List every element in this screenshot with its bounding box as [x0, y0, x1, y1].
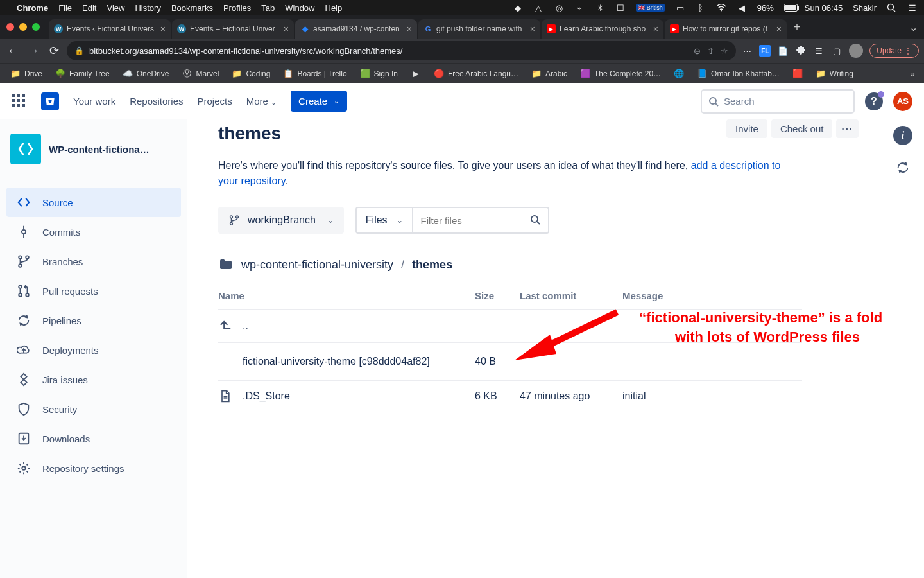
clock[interactable]: Sun 06:45	[805, 3, 843, 13]
help-button[interactable]: ?	[865, 92, 883, 110]
mac-menu-file[interactable]: File	[58, 3, 72, 13]
col-commit[interactable]: Last commit	[520, 290, 622, 301]
tab-list-button[interactable]: ⌄	[909, 21, 918, 33]
bookmark-item[interactable]: 🟩Sign In	[355, 66, 403, 82]
mac-menu-profiles[interactable]: Profiles	[223, 3, 251, 13]
nav-your-work[interactable]: Your work	[73, 96, 116, 107]
more-actions-button[interactable]: ···	[836, 119, 859, 138]
forward-button[interactable]: →	[26, 44, 41, 58]
sidepanel-icon[interactable]: ▢	[831, 45, 843, 57]
sidebar-item-pipelines[interactable]: Pipelines	[6, 306, 181, 335]
extensions-puzzle-icon[interactable]	[795, 45, 807, 57]
input-locale[interactable]: 🇬🇧 British	[636, 4, 665, 12]
sidebar-item-deployments[interactable]: Deployments	[6, 335, 181, 365]
close-tab-icon[interactable]: ×	[160, 24, 166, 34]
status-icon[interactable]: ☐	[615, 3, 626, 13]
bookmark-item[interactable]: 🟪The Complete 20…	[575, 66, 666, 82]
browser-tab[interactable]: W Events – Fictional Univer ×	[172, 19, 294, 39]
bookmark-item[interactable]: ⓂMarvel	[176, 66, 224, 82]
extension-icon[interactable]: FL	[759, 45, 771, 57]
minimize-window-button[interactable]	[19, 23, 27, 31]
search-icon[interactable]	[522, 208, 548, 232]
info-icon[interactable]: i	[893, 126, 912, 145]
table-row-submodule[interactable]: fictional-university-theme [c98ddd04af82…	[218, 343, 802, 381]
airplay-icon[interactable]: ▭	[675, 3, 685, 13]
filter-files-input[interactable]	[413, 208, 522, 232]
close-tab-icon[interactable]: ×	[530, 24, 535, 34]
bookmark-item[interactable]: 🌳Family Tree	[50, 66, 115, 82]
checkout-button[interactable]: Check out	[771, 119, 833, 138]
bookmark-item[interactable]: 📁Coding	[227, 66, 275, 82]
nav-projects[interactable]: Projects	[198, 96, 232, 107]
sidebar-item-source[interactable]: Source	[6, 188, 181, 217]
search-input[interactable]: Search	[701, 89, 855, 114]
bookmark-item[interactable]: 📋Boards | Trello	[278, 66, 352, 82]
zoom-icon[interactable]: ⊖	[694, 46, 701, 56]
col-msg[interactable]: Message	[622, 290, 802, 301]
create-button[interactable]: Create⌄	[291, 91, 347, 112]
browser-tab[interactable]: W Events ‹ Fictional Univers ×	[49, 19, 171, 39]
branch-dropdown[interactable]: workingBranch ⌄	[218, 207, 344, 234]
col-name[interactable]: Name	[218, 290, 475, 301]
share-icon[interactable]: ⇧	[707, 46, 714, 56]
files-dropdown[interactable]: Files ⌄	[357, 208, 413, 232]
mac-menu-window[interactable]: Window	[285, 3, 314, 13]
mac-menu-help[interactable]: Help	[325, 3, 343, 13]
address-bar[interactable]: 🔒 bitbucket.org/asamad9134/wp-content-fi…	[67, 41, 736, 60]
sidebar-item-downloads[interactable]: Downloads	[6, 424, 181, 453]
user-name[interactable]: Shakir	[853, 3, 877, 13]
bookmark-item[interactable]: 🌐	[669, 66, 689, 82]
spotlight-icon[interactable]	[887, 3, 897, 12]
status-icon[interactable]: ◆	[513, 3, 523, 13]
sidebar-item-commits[interactable]: Commits	[6, 217, 181, 247]
app-name[interactable]: Chrome	[17, 3, 48, 13]
bitbucket-logo-icon[interactable]	[41, 92, 59, 110]
bookmark-item[interactable]: 📁Writing	[810, 66, 859, 82]
bookmark-item[interactable]: ▶	[406, 66, 426, 82]
mac-menu-history[interactable]: History	[135, 3, 160, 13]
invite-button[interactable]: Invite	[726, 119, 767, 138]
status-icon[interactable]: △	[533, 3, 543, 13]
mac-menu-edit[interactable]: Edit	[82, 3, 96, 13]
back-button[interactable]: ←	[5, 44, 21, 58]
close-tab-icon[interactable]: ×	[653, 24, 658, 34]
nav-more[interactable]: More ⌄	[246, 96, 277, 107]
volume-icon[interactable]: ◀	[737, 3, 747, 13]
extension-icon[interactable]: 📄	[777, 45, 789, 57]
wifi-icon[interactable]	[716, 4, 726, 12]
bookmark-star-icon[interactable]: ☆	[721, 46, 728, 56]
sidebar-item-jira[interactable]: Jira issues	[6, 365, 181, 394]
breadcrumb-root[interactable]: wp-content-fictional-university	[241, 258, 393, 272]
bookmark-item[interactable]: 📁Arabic	[526, 66, 572, 82]
control-center-icon[interactable]: ☰	[907, 3, 918, 13]
status-icon[interactable]: ◎	[554, 3, 564, 13]
bookmark-item[interactable]: 🟥	[787, 66, 808, 82]
mac-menu-view[interactable]: View	[107, 3, 124, 13]
close-tab-icon[interactable]: ×	[407, 24, 412, 34]
reading-list-icon[interactable]: ☰	[813, 45, 825, 57]
table-row-file[interactable]: .DS_Store 6 KB 47 minutes ago initial	[218, 381, 802, 412]
bluetooth-icon[interactable]: ᛒ	[696, 3, 706, 13]
sidebar-item-pull-requests[interactable]: Pull requests	[6, 276, 181, 306]
app-switcher-icon[interactable]	[12, 94, 27, 109]
browser-tab[interactable]: ▶ Learn Arabic through sho ×	[542, 19, 663, 39]
sidebar-item-settings[interactable]: Repository settings	[6, 453, 181, 483]
bookmark-item[interactable]: 🔴Free Arabic Langu…	[429, 66, 524, 82]
status-icon[interactable]: ⌁	[574, 3, 585, 13]
fullscreen-window-button[interactable]	[32, 23, 40, 31]
reload-button[interactable]: ⟳	[46, 44, 62, 58]
status-icon[interactable]: ✳	[595, 3, 605, 13]
bookmarks-overflow-button[interactable]: »	[907, 69, 919, 78]
lock-icon[interactable]: 🔒	[74, 46, 84, 55]
repo-header[interactable]: WP-content-fictiona…	[6, 130, 181, 175]
browser-tab[interactable]: G git push folder name with ×	[418, 19, 540, 39]
browser-tab-active[interactable]: ◆ asamad9134 / wp-conten ×	[295, 19, 417, 39]
nav-repositories[interactable]: Repositories	[130, 96, 183, 107]
battery-icon[interactable]	[784, 4, 794, 12]
mac-menu-bookmarks[interactable]: Bookmarks	[171, 3, 213, 13]
update-button[interactable]: Update⋮	[869, 44, 919, 58]
new-tab-button[interactable]: +	[788, 21, 806, 34]
mac-menu-tab[interactable]: Tab	[261, 3, 275, 13]
bookmark-item[interactable]: 📁Drive	[5, 66, 47, 82]
bookmark-item[interactable]: 📘Omar Ibn Khattab…	[692, 66, 785, 82]
